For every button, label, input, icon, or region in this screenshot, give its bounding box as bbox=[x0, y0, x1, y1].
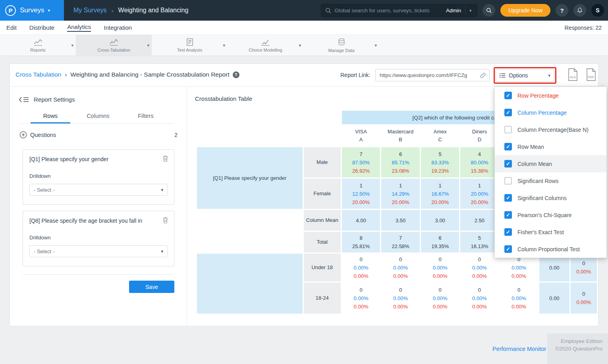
add-question-icon[interactable] bbox=[19, 131, 27, 139]
checkbox[interactable] bbox=[504, 245, 512, 253]
cross-tabulation-link[interactable]: Cross Tabulation bbox=[15, 71, 61, 78]
report-settings-header: Report Settings bbox=[19, 96, 75, 103]
search-input[interactable] bbox=[334, 8, 444, 13]
cell: 112.50%20.00% bbox=[342, 179, 380, 209]
responses-count: Responses: 22 bbox=[565, 25, 602, 31]
chevron-down-icon[interactable]: ▾ bbox=[374, 43, 377, 48]
cell: 120.00%20.00% bbox=[460, 179, 498, 209]
menu-item-pearsons-chi-square[interactable]: Pearson's Chi-Square bbox=[495, 206, 606, 223]
chevron-down-icon: ▾ bbox=[161, 187, 163, 193]
cell: 00.00%0.00% bbox=[342, 254, 380, 281]
breadcrumb-my-surveys[interactable]: My Surveys bbox=[73, 7, 107, 14]
topbar-actions: Admin ▾ Upgrade Now ? S bbox=[321, 0, 604, 21]
checkbox[interactable] bbox=[504, 211, 512, 219]
user-avatar[interactable]: S bbox=[591, 4, 604, 17]
tool-choice-modelling[interactable]: Choice Modelling ▾ bbox=[228, 35, 303, 56]
cell: 114.29%20.00% bbox=[381, 179, 420, 209]
question-card-q1: [Q1] Please specify your gender Drilldow… bbox=[23, 149, 174, 205]
cell: 722.58% bbox=[381, 232, 420, 252]
menu-item-row-percentage[interactable]: Row Percentage bbox=[495, 87, 606, 104]
menu-item-significant-columns[interactable]: Significant Columns bbox=[495, 189, 606, 206]
tool-label: Choice Modelling bbox=[249, 48, 282, 52]
search-scope-caret-icon[interactable]: ▾ bbox=[465, 8, 474, 13]
menu-item-column-proportional-test[interactable]: Column Proportional Test bbox=[495, 241, 606, 258]
nav-item-integration[interactable]: Integration bbox=[104, 24, 132, 31]
product-switcher[interactable]: P Surveys ▾ bbox=[0, 0, 64, 21]
report-settings-panel: Report Settings Rows Columns Filters Que… bbox=[10, 87, 187, 326]
options-button[interactable]: Options ▾ bbox=[496, 69, 554, 82]
cell: 825.81% bbox=[342, 232, 380, 252]
checkbox[interactable] bbox=[504, 109, 512, 116]
search-scope-selector[interactable]: Admin bbox=[446, 8, 461, 13]
breadcrumb-separator: › bbox=[112, 7, 114, 14]
tab-filters[interactable]: Filters bbox=[126, 111, 166, 123]
options-label: Options bbox=[509, 72, 528, 79]
help-button[interactable]: ? bbox=[556, 4, 568, 17]
checkbox[interactable] bbox=[504, 143, 512, 150]
col-header-amex: AmexC bbox=[421, 125, 459, 146]
help-icon[interactable]: ? bbox=[233, 71, 239, 78]
chevron-down-icon[interactable]: ▾ bbox=[147, 43, 149, 48]
chevron-down-icon[interactable]: ▾ bbox=[71, 43, 73, 48]
checkbox[interactable] bbox=[504, 228, 512, 236]
report-breadcrumb: Cross Tabulation › Weighting and Balanci… bbox=[15, 71, 239, 78]
collapse-panel-icon[interactable] bbox=[19, 96, 29, 103]
bell-icon bbox=[577, 7, 583, 13]
notifications-button[interactable] bbox=[573, 4, 586, 17]
export-pdf-button[interactable]: PDF bbox=[586, 68, 596, 83]
menu-item-column-mean[interactable]: Column Mean bbox=[495, 155, 606, 172]
chevron-down-icon[interactable]: ▾ bbox=[223, 43, 225, 48]
link-icon[interactable] bbox=[480, 72, 486, 79]
trash-icon[interactable] bbox=[162, 155, 168, 164]
tab-rows[interactable]: Rows bbox=[31, 111, 70, 123]
cell: 00.00%0.00% bbox=[381, 283, 420, 314]
checkbox[interactable] bbox=[504, 160, 512, 168]
nav-item-analytics[interactable]: Analytics bbox=[67, 23, 91, 32]
checkbox[interactable] bbox=[504, 194, 512, 202]
upgrade-now-button[interactable]: Upgrade Now bbox=[500, 4, 550, 17]
question-title: [Q1] Please specify your gender bbox=[29, 156, 168, 162]
drilldown-select[interactable]: - Select - ▾ bbox=[29, 245, 168, 257]
tab-columns[interactable]: Columns bbox=[78, 111, 118, 123]
trash-icon[interactable] bbox=[162, 217, 168, 225]
row-label: Under 18 bbox=[304, 254, 341, 281]
menu-item-significant-rows[interactable]: Significant Rows bbox=[495, 172, 606, 189]
tool-manage-data[interactable]: Manage Data ▾ bbox=[303, 35, 379, 56]
checkbox[interactable] bbox=[504, 92, 512, 99]
nav-item-distribute[interactable]: Distribute bbox=[29, 24, 54, 31]
search-submit-button[interactable] bbox=[483, 4, 495, 17]
chevron-down-icon[interactable]: ▾ bbox=[299, 43, 301, 48]
breadcrumb-separator: › bbox=[65, 71, 67, 78]
drilldown-select[interactable]: - Select - ▾ bbox=[29, 184, 168, 196]
tool-reports[interactable]: Reports ▾ bbox=[0, 35, 76, 56]
cell: 00.00%0.00% bbox=[460, 254, 498, 281]
tool-text-analysis[interactable]: Text Analysis ▾ bbox=[152, 35, 228, 56]
cell: 00.00%0.00% bbox=[460, 283, 498, 314]
menu-item-row-mean[interactable]: Row Mean bbox=[495, 138, 606, 155]
menu-item-fishers-exact-test[interactable]: Fisher's Exact Test bbox=[495, 223, 606, 241]
nav-item-edit[interactable]: Edit bbox=[6, 24, 17, 31]
cell: 00.00%0.00% bbox=[500, 283, 538, 314]
tool-label: Text Analysis bbox=[177, 48, 203, 52]
report-title: Weighting and Balancing - Sample Crossta… bbox=[70, 71, 229, 78]
checkbox[interactable] bbox=[504, 126, 512, 133]
tool-cross-tabulation[interactable]: Cross-Tabulation ▾ bbox=[76, 35, 152, 56]
edition-box: Employee Edition ©2020 QuestionPro bbox=[547, 333, 608, 364]
menu-item-column-percentage-base-n[interactable]: Column Percentage(Base N) bbox=[495, 121, 606, 138]
save-button[interactable]: Save bbox=[129, 281, 174, 293]
report-link-field bbox=[375, 69, 490, 81]
cell: 3.50 bbox=[381, 210, 420, 231]
cell: 00.00% bbox=[571, 283, 597, 314]
menu-item-column-percentage[interactable]: Column Percentage bbox=[495, 104, 606, 121]
row-label: Total bbox=[304, 232, 341, 252]
cell: 00.00%0.00% bbox=[421, 254, 459, 281]
export-xls-button[interactable]: XLS bbox=[567, 68, 578, 83]
pdf-label: PDF bbox=[588, 75, 594, 79]
cell: 3.00 bbox=[421, 210, 459, 231]
cell: 4.00 bbox=[342, 210, 380, 231]
performance-monitor-link[interactable]: Performance Monitor bbox=[492, 346, 546, 352]
checkbox[interactable] bbox=[504, 177, 512, 185]
report-link-input[interactable] bbox=[380, 72, 480, 78]
panel-divider bbox=[23, 274, 174, 275]
chevron-down-icon: ▾ bbox=[548, 73, 550, 78]
